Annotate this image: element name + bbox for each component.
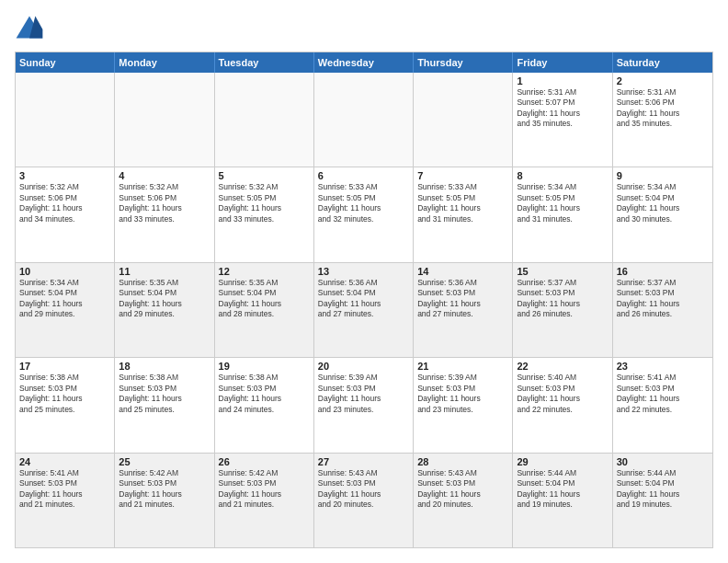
- day-number: 12: [219, 266, 310, 277]
- calendar-day-27: 27Sunrise: 5:43 AM Sunset: 5:03 PM Dayli…: [314, 454, 414, 547]
- day-number: 8: [517, 170, 608, 181]
- day-number: 24: [19, 456, 110, 467]
- day-info: Sunrise: 5:35 AM Sunset: 5:04 PM Dayligh…: [119, 278, 210, 320]
- calendar-day-5: 5Sunrise: 5:32 AM Sunset: 5:05 PM Daylig…: [215, 167, 314, 261]
- day-info: Sunrise: 5:41 AM Sunset: 5:03 PM Dayligh…: [19, 468, 110, 511]
- calendar-week-5: 24Sunrise: 5:41 AM Sunset: 5:03 PM Dayli…: [16, 453, 712, 547]
- day-number: 23: [617, 361, 709, 372]
- calendar-day-9: 9Sunrise: 5:34 AM Sunset: 5:04 PM Daylig…: [613, 167, 712, 261]
- day-number: 5: [219, 170, 310, 181]
- calendar-header-saturday: Saturday: [613, 52, 712, 73]
- day-number: 18: [119, 361, 210, 372]
- day-info: Sunrise: 5:32 AM Sunset: 5:06 PM Dayligh…: [19, 182, 110, 224]
- calendar-week-3: 10Sunrise: 5:34 AM Sunset: 5:04 PM Dayli…: [16, 262, 712, 357]
- day-info: Sunrise: 5:43 AM Sunset: 5:03 PM Dayligh…: [417, 468, 508, 511]
- calendar-day-6: 6Sunrise: 5:33 AM Sunset: 5:05 PM Daylig…: [314, 167, 414, 261]
- day-number: 17: [19, 361, 110, 372]
- day-info: Sunrise: 5:34 AM Sunset: 5:05 PM Dayligh…: [517, 182, 608, 224]
- day-number: 29: [517, 456, 608, 467]
- day-info: Sunrise: 5:41 AM Sunset: 5:03 PM Dayligh…: [617, 373, 709, 415]
- day-number: 27: [318, 456, 409, 467]
- day-info: Sunrise: 5:36 AM Sunset: 5:03 PM Dayligh…: [417, 278, 508, 320]
- day-number: 21: [417, 361, 508, 372]
- calendar-body: 1Sunrise: 5:31 AM Sunset: 5:07 PM Daylig…: [16, 73, 712, 547]
- calendar-header-thursday: Thursday: [414, 52, 513, 73]
- calendar-day-19: 19Sunrise: 5:38 AM Sunset: 5:03 PM Dayli…: [215, 358, 314, 452]
- day-info: Sunrise: 5:34 AM Sunset: 5:04 PM Dayligh…: [19, 278, 110, 320]
- day-info: Sunrise: 5:36 AM Sunset: 5:04 PM Dayligh…: [318, 278, 409, 320]
- calendar-day-18: 18Sunrise: 5:38 AM Sunset: 5:03 PM Dayli…: [115, 358, 214, 452]
- calendar-day-12: 12Sunrise: 5:35 AM Sunset: 5:04 PM Dayli…: [215, 263, 314, 357]
- day-number: 1: [517, 75, 608, 86]
- page: SundayMondayTuesdayWednesdayThursdayFrid…: [0, 0, 728, 563]
- day-info: Sunrise: 5:39 AM Sunset: 5:03 PM Dayligh…: [417, 373, 508, 415]
- day-info: Sunrise: 5:31 AM Sunset: 5:07 PM Dayligh…: [517, 87, 608, 130]
- calendar-day-8: 8Sunrise: 5:34 AM Sunset: 5:05 PM Daylig…: [513, 167, 612, 261]
- header: [15, 15, 713, 44]
- day-info: Sunrise: 5:39 AM Sunset: 5:03 PM Dayligh…: [318, 373, 409, 415]
- day-number: 19: [219, 361, 310, 372]
- day-number: 2: [617, 75, 709, 86]
- calendar-header-friday: Friday: [513, 52, 612, 73]
- day-number: 6: [318, 170, 409, 181]
- calendar-day-20: 20Sunrise: 5:39 AM Sunset: 5:03 PM Dayli…: [314, 358, 414, 452]
- calendar-day-24: 24Sunrise: 5:41 AM Sunset: 5:03 PM Dayli…: [16, 454, 115, 547]
- calendar-day-25: 25Sunrise: 5:42 AM Sunset: 5:03 PM Dayli…: [115, 454, 214, 547]
- calendar-day-11: 11Sunrise: 5:35 AM Sunset: 5:04 PM Dayli…: [115, 263, 214, 357]
- calendar-header-tuesday: Tuesday: [215, 52, 314, 73]
- day-info: Sunrise: 5:44 AM Sunset: 5:04 PM Dayligh…: [617, 468, 709, 511]
- calendar-day-28: 28Sunrise: 5:43 AM Sunset: 5:03 PM Dayli…: [414, 454, 513, 547]
- calendar-day-30: 30Sunrise: 5:44 AM Sunset: 5:04 PM Dayli…: [613, 454, 712, 547]
- calendar-week-4: 17Sunrise: 5:38 AM Sunset: 5:03 PM Dayli…: [16, 357, 712, 452]
- day-info: Sunrise: 5:43 AM Sunset: 5:03 PM Dayligh…: [318, 468, 409, 511]
- day-info: Sunrise: 5:38 AM Sunset: 5:03 PM Dayligh…: [219, 373, 310, 415]
- day-number: 10: [19, 266, 110, 277]
- day-number: 22: [517, 361, 608, 372]
- day-number: 15: [517, 266, 608, 277]
- calendar-empty-cell: [314, 73, 414, 167]
- calendar-day-10: 10Sunrise: 5:34 AM Sunset: 5:04 PM Dayli…: [16, 263, 115, 357]
- day-info: Sunrise: 5:35 AM Sunset: 5:04 PM Dayligh…: [219, 278, 310, 320]
- logo-icon: [15, 15, 44, 44]
- calendar-header-monday: Monday: [115, 52, 214, 73]
- calendar-day-14: 14Sunrise: 5:36 AM Sunset: 5:03 PM Dayli…: [414, 263, 513, 357]
- calendar-day-23: 23Sunrise: 5:41 AM Sunset: 5:03 PM Dayli…: [613, 358, 712, 452]
- calendar-day-26: 26Sunrise: 5:42 AM Sunset: 5:03 PM Dayli…: [215, 454, 314, 547]
- calendar-day-29: 29Sunrise: 5:44 AM Sunset: 5:04 PM Dayli…: [513, 454, 612, 547]
- day-number: 25: [119, 456, 210, 467]
- day-info: Sunrise: 5:38 AM Sunset: 5:03 PM Dayligh…: [19, 373, 110, 415]
- calendar-day-16: 16Sunrise: 5:37 AM Sunset: 5:03 PM Dayli…: [613, 263, 712, 357]
- calendar-day-13: 13Sunrise: 5:36 AM Sunset: 5:04 PM Dayli…: [314, 263, 414, 357]
- calendar-header-wednesday: Wednesday: [314, 52, 414, 73]
- calendar-day-21: 21Sunrise: 5:39 AM Sunset: 5:03 PM Dayli…: [414, 358, 513, 452]
- day-number: 14: [417, 266, 508, 277]
- day-info: Sunrise: 5:38 AM Sunset: 5:03 PM Dayligh…: [119, 373, 210, 415]
- calendar-week-2: 3Sunrise: 5:32 AM Sunset: 5:06 PM Daylig…: [16, 167, 712, 261]
- day-number: 4: [119, 170, 210, 181]
- day-number: 16: [617, 266, 709, 277]
- day-info: Sunrise: 5:42 AM Sunset: 5:03 PM Dayligh…: [119, 468, 210, 511]
- calendar-day-1: 1Sunrise: 5:31 AM Sunset: 5:07 PM Daylig…: [513, 73, 612, 167]
- day-info: Sunrise: 5:37 AM Sunset: 5:03 PM Dayligh…: [617, 278, 709, 320]
- day-number: 26: [219, 456, 310, 467]
- calendar-empty-cell: [414, 73, 513, 167]
- day-info: Sunrise: 5:33 AM Sunset: 5:05 PM Dayligh…: [318, 182, 409, 224]
- day-number: 28: [417, 456, 508, 467]
- day-number: 30: [617, 456, 709, 467]
- day-number: 3: [19, 170, 110, 181]
- calendar-empty-cell: [115, 73, 214, 167]
- day-number: 20: [318, 361, 409, 372]
- calendar-week-1: 1Sunrise: 5:31 AM Sunset: 5:07 PM Daylig…: [16, 73, 712, 167]
- calendar-day-2: 2Sunrise: 5:31 AM Sunset: 5:06 PM Daylig…: [613, 73, 712, 167]
- calendar-header: SundayMondayTuesdayWednesdayThursdayFrid…: [16, 52, 712, 73]
- day-info: Sunrise: 5:44 AM Sunset: 5:04 PM Dayligh…: [517, 468, 608, 511]
- day-info: Sunrise: 5:37 AM Sunset: 5:03 PM Dayligh…: [517, 278, 608, 320]
- day-info: Sunrise: 5:33 AM Sunset: 5:05 PM Dayligh…: [417, 182, 508, 224]
- calendar-day-7: 7Sunrise: 5:33 AM Sunset: 5:05 PM Daylig…: [414, 167, 513, 261]
- calendar-empty-cell: [215, 73, 314, 167]
- day-info: Sunrise: 5:40 AM Sunset: 5:03 PM Dayligh…: [517, 373, 608, 415]
- day-info: Sunrise: 5:34 AM Sunset: 5:04 PM Dayligh…: [617, 182, 709, 224]
- day-number: 13: [318, 266, 409, 277]
- calendar-empty-cell: [16, 73, 115, 167]
- calendar-day-15: 15Sunrise: 5:37 AM Sunset: 5:03 PM Dayli…: [513, 263, 612, 357]
